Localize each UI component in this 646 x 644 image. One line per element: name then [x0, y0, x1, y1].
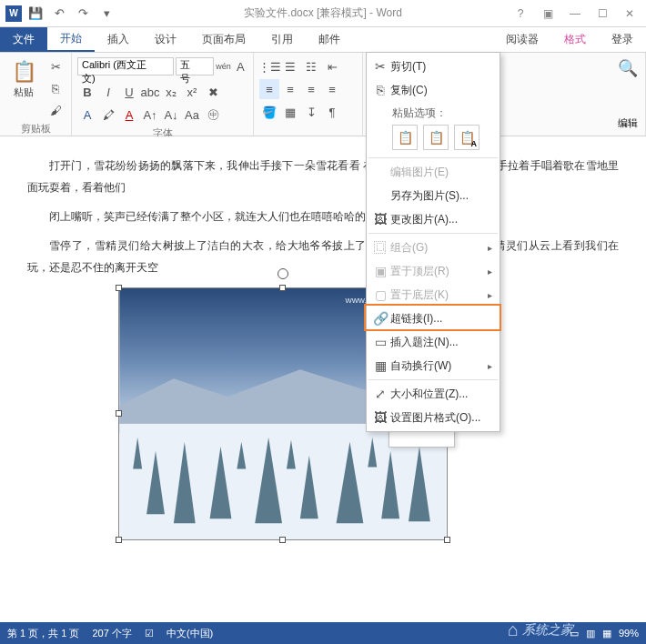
menu-send-to-back: ▢置于底层(K)▸: [367, 283, 500, 307]
italic-button[interactable]: I: [98, 82, 118, 102]
justify-button[interactable]: ≡: [322, 79, 342, 99]
align-right-button[interactable]: ≡: [301, 79, 321, 99]
decrease-indent-button[interactable]: ⇤: [322, 56, 342, 76]
highlight-button[interactable]: 🖍: [98, 105, 118, 125]
tab-reader[interactable]: 阅读器: [493, 27, 551, 52]
paste-option-picture[interactable]: [423, 125, 449, 150]
paragraph: 打开门，雪花纷纷扬扬的飘落下来，我伸出手接下一朵雪花看看 在我的手掌之中。小孩子…: [27, 155, 619, 198]
borders-button[interactable]: ▦: [280, 102, 300, 122]
numbering-button[interactable]: ☰: [280, 56, 300, 76]
undo-button[interactable]: ↶: [49, 4, 69, 24]
align-center-button[interactable]: ≡: [280, 79, 300, 99]
show-marks-button[interactable]: ¶: [322, 102, 342, 122]
font-size-select[interactable]: 五号: [176, 57, 213, 75]
menu-hyperlink[interactable]: 🔗超链接(I)...: [367, 307, 500, 330]
rotate-handle[interactable]: [278, 268, 288, 279]
underline-button[interactable]: U: [119, 82, 139, 102]
menu-size-position[interactable]: ⤢大小和位置(Z)...: [367, 382, 500, 406]
paste-option-keep-formatting[interactable]: [392, 125, 418, 150]
format-painter-button[interactable]: 🖌: [45, 100, 66, 120]
tab-design[interactable]: 设计: [142, 27, 189, 52]
group-font: Calibri (西文正文) 五号 wén A B I U abc x₂ x² …: [72, 53, 254, 136]
cut-icon: ✂: [370, 59, 390, 74]
menu-format-picture[interactable]: 🖼设置图片格式(O)...: [367, 406, 500, 429]
help-button[interactable]: ?: [510, 4, 531, 24]
tab-mailings[interactable]: 邮件: [306, 27, 353, 52]
ribbon-tabs: 文件 开始 插入 设计 页面布局 引用 邮件 阅读器 格式 登录: [0, 27, 646, 53]
page-indicator[interactable]: 第 1 页，共 1 页: [7, 627, 79, 640]
enclose-char-button[interactable]: ㊥: [203, 105, 223, 125]
shading-button[interactable]: 🪣: [259, 102, 279, 122]
minimize-button[interactable]: —: [564, 4, 586, 24]
paste-options-label: 粘贴选项：: [367, 102, 500, 123]
phonetic-guide-button[interactable]: A: [234, 56, 247, 76]
qat-customize[interactable]: ▾: [96, 4, 116, 24]
shrink-font-button[interactable]: A↓: [161, 105, 181, 125]
resize-handle-sw[interactable]: [116, 537, 122, 543]
paste-icon: 📋: [12, 60, 36, 84]
save-button[interactable]: 💾: [25, 4, 45, 24]
resize-handle-w[interactable]: [116, 410, 122, 417]
tab-insert[interactable]: 插入: [95, 27, 142, 52]
copy-button[interactable]: ⎘: [45, 78, 66, 98]
window-title: 实验文件.docx [兼容模式] - Word: [244, 5, 402, 21]
document-body: 打开门，雪花纷纷扬扬的飘落下来，我伸出手接下一朵雪花看看 在我的手掌之中。小孩子…: [27, 155, 619, 278]
ribbon: 📋 粘贴 ✂ ⎘ 🖌 剪贴板 Calibri (西文正文) 五号 wén A B…: [0, 53, 646, 136]
close-button[interactable]: ✕: [619, 4, 641, 24]
multilevel-button[interactable]: ☷: [301, 56, 321, 76]
ribbon-options-button[interactable]: ▣: [537, 4, 559, 24]
tab-references[interactable]: 引用: [258, 27, 306, 52]
font-name-select[interactable]: Calibri (西文正文): [77, 57, 174, 75]
spell-check-icon[interactable]: ☑: [145, 628, 154, 639]
subscript-button[interactable]: x₂: [161, 82, 181, 102]
menu-save-as-picture[interactable]: 另存为图片(S)...: [367, 184, 500, 207]
language-indicator[interactable]: 中文(中国): [167, 627, 213, 640]
tab-format[interactable]: 格式: [551, 27, 599, 52]
context-menu: ✂剪切(T) ⎘复制(C) 粘贴选项： A 编辑图片(E) 另存为图片(S)..…: [366, 52, 500, 432]
find-icon[interactable]: 🔍: [618, 58, 638, 78]
paste-option-text-only[interactable]: A: [454, 125, 479, 150]
menu-insert-caption[interactable]: ▭插入题注(N)...: [367, 330, 500, 354]
bring-front-icon: ▣: [370, 264, 390, 278]
font-color-button[interactable]: A: [119, 105, 139, 125]
wen-button[interactable]: wén: [216, 56, 232, 76]
paragraph: 雪停了，雪精灵们给大树披上了洁白的大衣，给大地爷爷披上了一 了雪白的美丽极了！雪…: [27, 235, 619, 278]
paste-button[interactable]: 📋 粘贴: [5, 56, 42, 102]
resize-handle-n[interactable]: [279, 285, 286, 291]
clear-formatting-button[interactable]: ✖: [203, 82, 223, 102]
redo-button[interactable]: ↷: [73, 4, 93, 24]
web-layout-button[interactable]: ▦: [602, 628, 611, 639]
resize-handle-se[interactable]: [444, 537, 450, 543]
zoom-level[interactable]: 99%: [619, 628, 639, 639]
print-layout-button[interactable]: ▥: [586, 628, 595, 639]
menu-wrap-text[interactable]: ▦自动换行(W)▸: [367, 354, 500, 377]
menu-cut[interactable]: ✂剪切(T): [367, 55, 500, 78]
grow-font-button[interactable]: A↑: [140, 105, 160, 125]
cut-button[interactable]: ✂: [45, 56, 66, 76]
resize-handle-s[interactable]: [279, 537, 286, 543]
tab-layout[interactable]: 页面布局: [189, 27, 258, 52]
format-icon: 🖼: [370, 410, 390, 425]
word-count[interactable]: 207 个字: [92, 627, 131, 640]
resize-handle-nw[interactable]: [116, 285, 122, 291]
group-icon: ⿴: [370, 240, 390, 255]
watermark: ⌂ 系统之家: [508, 619, 573, 640]
wrap-icon: ▦: [370, 358, 390, 373]
paste-options-row: A: [367, 123, 500, 156]
hyperlink-icon: 🔗: [370, 311, 390, 326]
bullets-button[interactable]: ⋮☰: [259, 56, 279, 76]
caption-icon: ▭: [370, 335, 390, 349]
maximize-button[interactable]: ☐: [591, 4, 613, 24]
document-area[interactable]: 打开门，雪花纷纷扬扬的飘落下来，我伸出手接下一朵雪花看看 在我的手掌之中。小孩子…: [0, 136, 646, 622]
sort-button[interactable]: ↧: [301, 102, 321, 122]
menu-change-picture[interactable]: 🖼更改图片(A)...: [367, 207, 500, 231]
menu-copy[interactable]: ⎘复制(C): [367, 78, 500, 102]
text-effects-button[interactable]: A: [77, 105, 97, 125]
tab-login[interactable]: 登录: [599, 27, 646, 52]
tab-home[interactable]: 开始: [47, 27, 95, 52]
menu-group: ⿴组合(G)▸: [367, 236, 500, 259]
tab-file[interactable]: 文件: [0, 27, 47, 52]
align-left-button[interactable]: ≡: [259, 79, 279, 99]
change-case-button[interactable]: Aa: [182, 105, 202, 125]
strikethrough-button[interactable]: abc: [140, 82, 160, 102]
